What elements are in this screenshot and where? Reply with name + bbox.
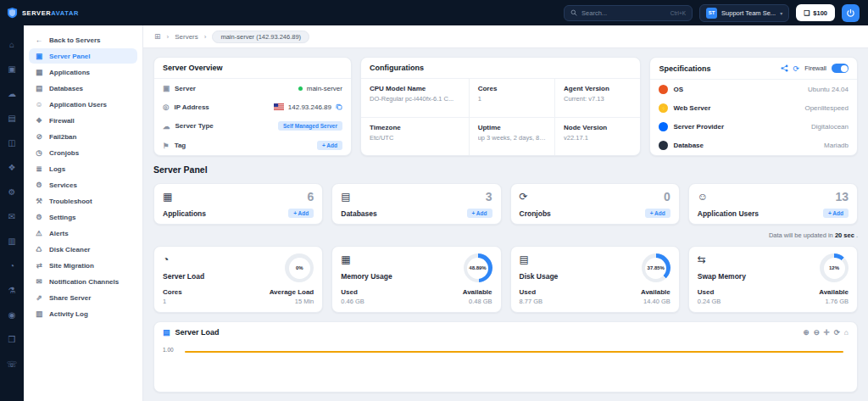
zoom-in-icon[interactable]: ⊕ xyxy=(803,328,809,337)
database-icon: ▤ xyxy=(35,84,43,92)
sidebar-item-settings[interactable]: ⚙Settings xyxy=(29,209,137,225)
sidebar-item-firewall[interactable]: ❖Firewall xyxy=(29,113,137,128)
breadcrumb-servers-link[interactable]: Servers xyxy=(175,33,198,41)
rail-home-icon[interactable]: ⌂ xyxy=(0,32,24,57)
search-input[interactable] xyxy=(581,9,666,17)
stat-label: Swap Memory xyxy=(698,272,746,281)
databases-card[interactable]: ▤3 Databases+ Add xyxy=(331,183,501,225)
cores-cell: Cores1 xyxy=(469,79,554,117)
server-overview-card: Server Overview ▣Server main-server ◎IP … xyxy=(153,57,352,156)
add-tag-button[interactable]: + Add xyxy=(317,141,342,150)
rail-databases-icon[interactable]: ▤ xyxy=(0,106,24,131)
memory-usage-card: ▦Memory Usage 48.89% Used0.46 GB Availab… xyxy=(331,246,501,313)
sidebar-item-disk-cleaner[interactable]: ♺Disk Cleaner xyxy=(29,242,137,257)
power-button[interactable] xyxy=(842,4,860,22)
row-label: Tag xyxy=(175,142,186,149)
rail-support-icon[interactable]: ☏ xyxy=(0,352,24,376)
logs-icon: ≣ xyxy=(35,164,43,173)
row-label: Server Provider xyxy=(673,123,724,131)
rail-mail-icon[interactable]: ✉ xyxy=(0,204,24,229)
autoscale-icon[interactable]: ⟳ xyxy=(834,328,840,337)
home-icon[interactable]: ⌂ xyxy=(844,328,849,337)
gauge-icon: ◔ xyxy=(163,253,204,265)
zoom-out-icon[interactable]: ⊖ xyxy=(813,328,819,337)
swap-memory-card: ⇆Swap Memory 12% Used0.24 GB Available1.… xyxy=(688,246,858,313)
sidebar-item-label: Notification Channels xyxy=(49,278,119,286)
sidebar-item-services[interactable]: ⚙Services xyxy=(29,177,137,192)
sidebar-item-troubleshoot[interactable]: ⚒Troubleshoot xyxy=(29,193,137,209)
uptime-cell: Uptimeup 3 weeks, 2 days, 8 hours, ... xyxy=(469,117,554,155)
rail-modules-icon[interactable]: ❖ xyxy=(0,155,24,180)
sidebar-item-alerts[interactable]: ⚠Alerts xyxy=(29,226,137,241)
add-cronjob-button[interactable]: + Add xyxy=(645,209,670,218)
countdown-value: 20 sec xyxy=(835,231,854,239)
sidebar-item-applications[interactable]: ▦Applications xyxy=(29,64,137,80)
sidebar-item-databases[interactable]: ▤Databases xyxy=(29,81,137,96)
sidebar-item-cronjobs[interactable]: ◷Cronjobs xyxy=(29,145,137,160)
sidebar-item-fail2ban[interactable]: ⊘Fail2ban xyxy=(29,129,137,144)
sidebar-item-server-panel[interactable]: ▣Server Panel xyxy=(29,48,137,64)
rail-storage-icon[interactable]: ◫ xyxy=(0,131,24,155)
brand-logo[interactable]: SERVERAVATAR xyxy=(7,7,141,19)
digitalocean-icon xyxy=(659,122,668,131)
disk-usage-donut: 37.85% xyxy=(642,253,670,282)
chevron-right-icon: › xyxy=(204,33,207,41)
sidebar-item-logs[interactable]: ≣Logs xyxy=(29,161,137,176)
applications-card[interactable]: ▦6 Applications+ Add xyxy=(153,183,323,225)
power-icon xyxy=(846,8,855,18)
stats-row: ◔Server Load 0% Cores1 Average Load15 Mi… xyxy=(153,246,858,313)
topbar-right: Ctrl+K ST Support Team Se... ▾ ❑ $100 xyxy=(564,4,860,22)
server-type-row: ☁Server Type Self Managed Server xyxy=(154,116,351,136)
rail-services-icon[interactable]: ⚙ xyxy=(0,180,24,204)
chart-plot-area[interactable]: 1.00 xyxy=(163,343,849,385)
alert-icon: ⚠ xyxy=(35,229,43,237)
refresh-icon[interactable]: ⟳ xyxy=(793,64,800,73)
firewall-toggle[interactable] xyxy=(832,64,849,73)
specifications-card: Specifications ⟳ Firewall OS Ubuntu 24.0… xyxy=(649,57,858,156)
database-row: Database Mariadb xyxy=(650,136,857,154)
server-row: ▣Server main-server xyxy=(154,79,351,97)
cronjobs-card[interactable]: ⟳0 Cronjobs+ Add xyxy=(510,183,680,225)
sidebar-item-back-to-servers[interactable]: ←Back to Servers xyxy=(29,32,137,47)
applications-count: 6 xyxy=(307,190,314,203)
sidebar-item-label: Application Users xyxy=(49,101,107,109)
shield-logo-icon xyxy=(7,7,18,19)
sidebar-item-notification-channels[interactable]: ✉Notification Channels xyxy=(29,274,137,289)
add-database-button[interactable]: + Add xyxy=(467,209,492,218)
copy-icon[interactable] xyxy=(336,103,342,110)
rail-box-icon[interactable]: ❒ xyxy=(0,327,24,352)
load-series-line xyxy=(185,351,843,353)
account-selector[interactable]: ST Support Team Se... ▾ xyxy=(699,4,789,22)
rail-logs-icon[interactable]: ▥ xyxy=(0,229,24,253)
application-users-card[interactable]: ☺13 Application Users+ Add xyxy=(688,183,858,225)
rail-lab-icon[interactable]: ⚗ xyxy=(0,278,24,303)
add-application-user-button[interactable]: + Add xyxy=(823,209,849,218)
sidebar-item-site-migration[interactable]: ⇄Site Migration xyxy=(29,258,137,273)
stat-key: Used xyxy=(698,288,721,296)
rail-status-icon[interactable]: ◉ xyxy=(0,303,24,327)
rail-cloud-icon[interactable]: ☁ xyxy=(0,81,24,106)
stat-value: 0.24 GB xyxy=(698,298,721,305)
balance-button[interactable]: ❑ $100 xyxy=(796,4,835,21)
sidebar-item-application-users[interactable]: ☺Application Users xyxy=(29,97,137,112)
add-application-button[interactable]: + Add xyxy=(288,209,314,218)
us-flag-icon xyxy=(274,103,284,110)
sidebar-item-activity-log[interactable]: ▥Activity Log xyxy=(29,306,137,321)
gear-icon: ⚙ xyxy=(35,213,43,221)
web-server-row: ⚡Web Server Openlitespeed xyxy=(650,98,857,117)
pan-icon[interactable]: ✛ xyxy=(824,328,830,337)
sidebar-item-label: Firewall xyxy=(49,117,75,125)
search-box[interactable]: Ctrl+K xyxy=(564,5,693,21)
rail-servers-icon[interactable]: ▣ xyxy=(0,57,24,81)
sidebar-item-share-server[interactable]: ⇗Share Server xyxy=(29,290,137,305)
sidebar-item-label: Databases xyxy=(49,85,83,92)
web-server-value: Openlitespeed xyxy=(804,104,849,112)
card-label: Application Users xyxy=(698,209,759,218)
share-nodes-icon[interactable] xyxy=(781,64,788,72)
chevron-right-icon: › xyxy=(167,33,170,41)
stat-key: Used xyxy=(341,288,364,296)
rail-monitoring-icon[interactable]: ◔ xyxy=(0,253,24,278)
main-area: ⊞ › Servers › main-server (142.93.246.89… xyxy=(143,25,868,401)
cronjobs-icon: ⟳ xyxy=(520,191,528,203)
timezone-cell: TimezoneEtc/UTC xyxy=(361,117,469,155)
